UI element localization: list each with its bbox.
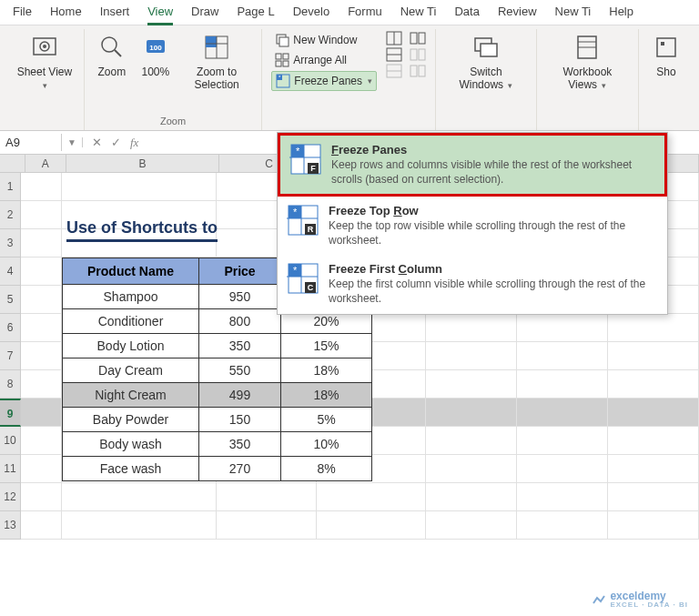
table-cell[interactable]: 5% bbox=[281, 408, 372, 432]
arrange-all-button[interactable]: Arrange All bbox=[271, 51, 377, 69]
menu-tab-formu[interactable]: Formu bbox=[339, 0, 391, 25]
col-header-A[interactable]: A bbox=[25, 155, 66, 173]
split-icon[interactable] bbox=[386, 31, 402, 45]
cell[interactable] bbox=[517, 511, 608, 540]
cell[interactable] bbox=[21, 229, 62, 258]
unhide-icon[interactable] bbox=[386, 64, 402, 78]
new-window-button[interactable]: New Window bbox=[271, 31, 377, 49]
table-cell[interactable]: 270 bbox=[199, 457, 281, 481]
cell[interactable] bbox=[426, 370, 517, 399]
cell[interactable] bbox=[517, 314, 608, 342]
menu-tab-help[interactable]: Help bbox=[600, 0, 643, 25]
menu-tab-develo[interactable]: Develo bbox=[284, 0, 339, 25]
table-cell[interactable]: Body Lotion bbox=[63, 334, 199, 358]
row-header-8[interactable]: 8 bbox=[0, 370, 21, 399]
view-side-icon[interactable] bbox=[410, 31, 426, 45]
row-header-13[interactable]: 13 bbox=[0, 511, 21, 540]
freeze-menu-item[interactable]: * R Freeze Top Row Keep the top row visi… bbox=[278, 197, 667, 255]
cell[interactable] bbox=[317, 483, 426, 511]
menu-tab-draw[interactable]: Draw bbox=[182, 0, 228, 25]
cell[interactable] bbox=[608, 370, 699, 399]
cell[interactable] bbox=[426, 427, 517, 455]
menu-tab-page-l[interactable]: Page L bbox=[228, 0, 283, 25]
cell[interactable] bbox=[21, 286, 62, 314]
switch-windows-button[interactable]: Switch Windows ▾ bbox=[441, 29, 531, 96]
enter-icon[interactable]: ✓ bbox=[111, 136, 121, 150]
cell[interactable] bbox=[426, 483, 517, 511]
cell[interactable] bbox=[217, 511, 317, 540]
table-cell[interactable]: 8% bbox=[281, 457, 372, 481]
table-cell[interactable]: 18% bbox=[281, 383, 372, 408]
menu-tab-review[interactable]: Review bbox=[489, 0, 546, 25]
cell[interactable] bbox=[21, 455, 62, 483]
cell[interactable] bbox=[608, 511, 699, 540]
cell[interactable] bbox=[426, 314, 517, 342]
table-cell[interactable]: Shampoo bbox=[63, 285, 199, 309]
row-header-6[interactable]: 6 bbox=[0, 314, 21, 342]
cell[interactable] bbox=[21, 483, 62, 511]
hundred-percent-button[interactable]: 100 100% bbox=[134, 29, 177, 82]
cell[interactable] bbox=[217, 483, 317, 511]
table-cell[interactable]: 18% bbox=[281, 358, 372, 383]
cell[interactable] bbox=[608, 483, 699, 511]
cell[interactable] bbox=[21, 258, 62, 286]
table-cell[interactable]: Body wash bbox=[63, 432, 199, 457]
cell[interactable] bbox=[517, 483, 608, 511]
cell[interactable] bbox=[21, 511, 62, 540]
fx-icon[interactable]: fx bbox=[130, 136, 138, 150]
table-cell[interactable]: Night Cream bbox=[63, 383, 199, 408]
cell[interactable] bbox=[426, 511, 517, 540]
cell[interactable] bbox=[21, 342, 62, 370]
row-header-9[interactable]: 9 bbox=[0, 399, 21, 427]
col-header-B[interactable]: B bbox=[66, 155, 220, 173]
menu-tab-home[interactable]: Home bbox=[41, 0, 91, 25]
cell[interactable] bbox=[21, 314, 62, 342]
menu-tab-insert[interactable]: Insert bbox=[91, 0, 139, 25]
cell[interactable] bbox=[62, 483, 217, 511]
row-header-12[interactable]: 12 bbox=[0, 483, 21, 511]
cell[interactable] bbox=[317, 511, 426, 540]
table-cell[interactable]: Baby Powder bbox=[63, 408, 199, 432]
cell[interactable] bbox=[608, 314, 699, 342]
select-all-corner[interactable] bbox=[0, 155, 25, 173]
freeze-menu-item[interactable]: * C Freeze First Column Keep the first c… bbox=[278, 255, 667, 313]
table-cell[interactable]: 350 bbox=[199, 432, 281, 457]
row-header-10[interactable]: 10 bbox=[0, 427, 21, 455]
zoom-button[interactable]: Zoom bbox=[90, 29, 134, 82]
table-cell[interactable]: 499 bbox=[199, 383, 281, 408]
cell[interactable] bbox=[426, 399, 517, 427]
cell[interactable] bbox=[517, 370, 608, 399]
reset-pos-icon[interactable] bbox=[410, 64, 426, 78]
freeze-menu-item[interactable]: * F Freeze Panes Keep rows and columns v… bbox=[278, 133, 667, 197]
row-header-1[interactable]: 1 bbox=[0, 173, 21, 201]
cell[interactable] bbox=[21, 399, 62, 427]
cell[interactable] bbox=[608, 455, 699, 483]
row-header-2[interactable]: 2 bbox=[0, 201, 21, 229]
cell[interactable] bbox=[21, 370, 62, 399]
table-header[interactable]: Price bbox=[199, 258, 281, 285]
hide-icon[interactable] bbox=[386, 47, 402, 62]
table-cell[interactable]: 350 bbox=[199, 334, 281, 358]
cell[interactable] bbox=[608, 342, 699, 370]
sync-scroll-icon[interactable] bbox=[410, 47, 426, 62]
table-cell[interactable]: Conditioner bbox=[63, 309, 199, 334]
cell[interactable] bbox=[21, 201, 62, 229]
zoom-selection-button[interactable]: Zoom to Selection bbox=[177, 29, 256, 96]
name-box-dropdown[interactable]: ▼ bbox=[62, 137, 83, 147]
cell[interactable] bbox=[21, 173, 62, 201]
table-cell[interactable]: 550 bbox=[199, 358, 281, 383]
table-cell[interactable]: 10% bbox=[281, 432, 372, 457]
menu-tab-file[interactable]: File bbox=[4, 0, 41, 25]
cell[interactable] bbox=[21, 427, 62, 455]
cell[interactable] bbox=[62, 173, 217, 201]
table-cell[interactable]: 950 bbox=[199, 285, 281, 309]
table-cell[interactable]: 150 bbox=[199, 408, 281, 432]
show-button[interactable]: Sho bbox=[644, 29, 688, 82]
cell[interactable] bbox=[608, 399, 699, 427]
row-header-4[interactable]: 4 bbox=[0, 258, 21, 286]
menu-tab-new-ti[interactable]: New Ti bbox=[546, 0, 601, 25]
table-cell[interactable]: 15% bbox=[281, 334, 372, 358]
cell[interactable] bbox=[426, 455, 517, 483]
name-box[interactable]: A9 bbox=[0, 134, 62, 151]
table-cell[interactable]: Face wash bbox=[63, 457, 199, 481]
